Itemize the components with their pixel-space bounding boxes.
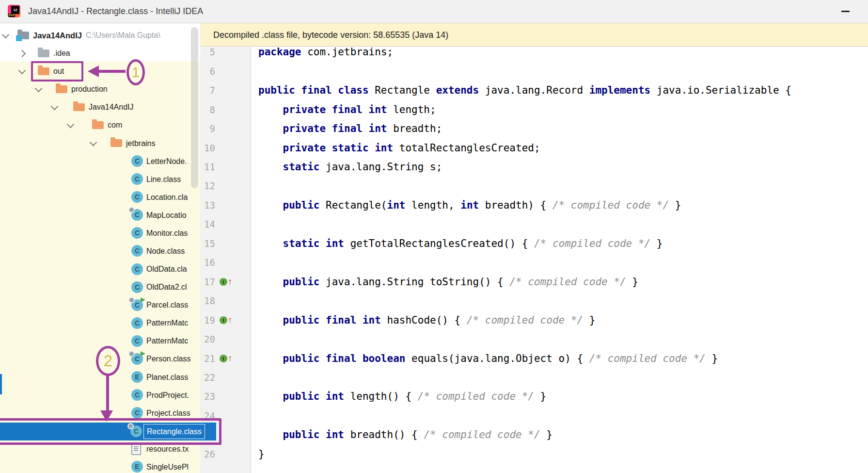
code-keyword: public final int: [283, 314, 381, 326]
tree-item-patternmatc[interactable]: CPatternMatc: [0, 332, 200, 350]
class-icon: C: [131, 353, 143, 365]
tree-item-jetbrains[interactable]: jetbrains: [0, 134, 200, 152]
tree-item-label: jetbrains: [126, 139, 155, 148]
tree-item-label: OldData.cla: [146, 265, 187, 274]
tree-item-label: Line.class: [146, 175, 181, 184]
code-text: getTotalRectanglesCreated() {: [344, 238, 534, 249]
annotation-arrow-1-shaft: [98, 70, 126, 73]
class-icon: C: [131, 245, 143, 257]
tree-item-label: com: [108, 121, 122, 130]
code-text: [258, 314, 283, 326]
tree-item-label: OldData2.cl: [146, 283, 187, 292]
code-text: length;: [387, 104, 436, 115]
line-number: 23: [200, 387, 215, 406]
code-line-7[interactable]: public final class Rectangle extends jav…: [258, 81, 791, 100]
code-line-19[interactable]: public final int hashCode() { /* compile…: [258, 311, 595, 330]
tree-item-label: Person.class: [146, 355, 191, 363]
class-icon: C: [131, 227, 143, 239]
code-line-11[interactable]: static java.lang.String s;: [258, 158, 442, 177]
code-text: equals(java.lang.Object o) {: [405, 353, 589, 364]
tree-item-singleusepl[interactable]: ESingleUsePl: [0, 458, 200, 473]
code-text: breadth;: [387, 123, 442, 134]
chevron-down-icon[interactable]: [90, 139, 97, 147]
line-number: 12: [200, 177, 215, 196]
tree-item-parcel-class[interactable]: CParcel.class: [0, 296, 200, 314]
run-arrow-icon: [141, 297, 145, 302]
code-text: [258, 276, 283, 288]
code-text: [258, 199, 283, 211]
tree-item-line-class[interactable]: CLine.class: [0, 170, 200, 188]
code-comment: /* compiled code */: [467, 314, 583, 326]
code-line-10[interactable]: private static int totalRectanglesCreate…: [258, 139, 540, 158]
code-text: com.jetbrains;: [301, 47, 394, 58]
code-text: }: [626, 276, 638, 288]
code-line-8[interactable]: private final int length;: [258, 100, 436, 119]
chevron-down-icon[interactable]: [18, 66, 26, 74]
code-comment: /* compiled code */: [424, 429, 540, 440]
tree-item-patternmatc[interactable]: CPatternMatc: [0, 314, 200, 332]
chevron-down-icon[interactable]: [2, 31, 10, 38]
code-text: java.lang.String s;: [319, 161, 442, 173]
tree-item-label: Java14AndIJ: [89, 103, 134, 112]
tree-item-production[interactable]: production: [0, 81, 200, 98]
tree-item-label: resources.tx: [146, 445, 189, 454]
chevron-right-icon[interactable]: [18, 49, 26, 57]
code-text: [258, 353, 283, 364]
project-tree-panel[interactable]: Java14AndIJC:\Users\Mala Gupta\.ideaoutp…: [0, 23, 200, 473]
code-line-15[interactable]: static int getTotalRectanglesCreated() {…: [258, 234, 663, 253]
code-text: hashCode() {: [381, 314, 467, 326]
tree-item-letternode-[interactable]: CLetterNode.: [0, 152, 200, 170]
code-line-23[interactable]: public int length() { /* compiled code *…: [258, 387, 546, 406]
tree-item-maplocatio[interactable]: CMapLocatio: [0, 206, 200, 224]
code-line-9[interactable]: private final int breadth;: [258, 119, 442, 138]
code-line-26[interactable]: }: [258, 445, 265, 464]
code-keyword: package: [258, 47, 301, 58]
tree-item-olddata-cla[interactable]: COldData.cla: [0, 261, 200, 278]
line-number: 20: [200, 330, 215, 349]
folder-icon: [56, 85, 67, 93]
overrides-gutter-icon[interactable]: I↑: [220, 273, 233, 292]
tree-item-label: Node.class: [146, 247, 185, 256]
line-number: 21: [200, 349, 215, 368]
overrides-gutter-icon[interactable]: I↑: [220, 349, 233, 368]
chevron-down-icon[interactable]: [67, 121, 75, 129]
run-arrow-icon: [141, 351, 145, 356]
code-keyword: public int: [283, 391, 344, 402]
annotation-step-2-circle: 2: [96, 346, 120, 376]
code-text: breadth) {: [479, 199, 552, 211]
code-line-5[interactable]: package com.jetbrains;: [258, 47, 393, 62]
code-text: [258, 123, 283, 134]
tree-item-node-class[interactable]: CNode.class: [0, 242, 200, 260]
tree-item-olddata2-cl[interactable]: COldData2.cl: [0, 278, 200, 296]
folder-icon: [38, 49, 49, 57]
tree-item-label: Java14AndIJ: [33, 31, 82, 40]
overrides-gutter-icon[interactable]: I↑: [220, 311, 233, 330]
code-line-17[interactable]: public java.lang.String toString() { /* …: [258, 273, 638, 292]
minimize-button[interactable]: [839, 6, 852, 16]
code-keyword: private static int: [283, 142, 394, 154]
up-arrow-icon: ↑: [228, 278, 233, 286]
tree-item-label: LetterNode.: [146, 157, 187, 166]
code-comment: /* compiled code */: [589, 353, 706, 364]
code-line-13[interactable]: public Rectangle(int length, int breadth…: [258, 196, 681, 215]
tree-item-monitor-clas[interactable]: CMonitor.clas: [0, 224, 200, 242]
intellij-window: IJ EAP Java14AndIJ - Rectangle.class - I…: [0, 0, 868, 473]
chevron-down-icon[interactable]: [35, 84, 43, 92]
tree-item-java14andij[interactable]: Java14AndIJ: [0, 98, 200, 116]
line-number: 8: [200, 100, 215, 119]
class-icon: C: [131, 299, 143, 311]
tree-item-prodproject-[interactable]: CProdProject.: [0, 386, 200, 404]
tree-scrollbar-thumb[interactable]: [191, 27, 198, 188]
tree-item-com[interactable]: com: [0, 116, 200, 134]
code-line-25[interactable]: public int breadth() { /* compiled code …: [258, 425, 552, 444]
tree-item-label: Planet.class: [146, 373, 188, 382]
tree-item-location-cla[interactable]: CLocation.cla: [0, 188, 200, 206]
tree-item-java14andij[interactable]: Java14AndIJC:\Users\Mala Gupta\: [0, 27, 200, 45]
chevron-down-icon[interactable]: [51, 103, 59, 111]
tree-item--idea[interactable]: .idea: [0, 45, 200, 63]
line-number: 10: [200, 139, 215, 158]
editor-pane[interactable]: 567891011121314151617I↑1819I↑2021I↑22232…: [200, 47, 868, 473]
code-line-21[interactable]: public final boolean equals(java.lang.Ob…: [258, 349, 718, 368]
tree-item-label: production: [71, 85, 108, 94]
tree-item-label: Location.cla: [146, 193, 188, 202]
